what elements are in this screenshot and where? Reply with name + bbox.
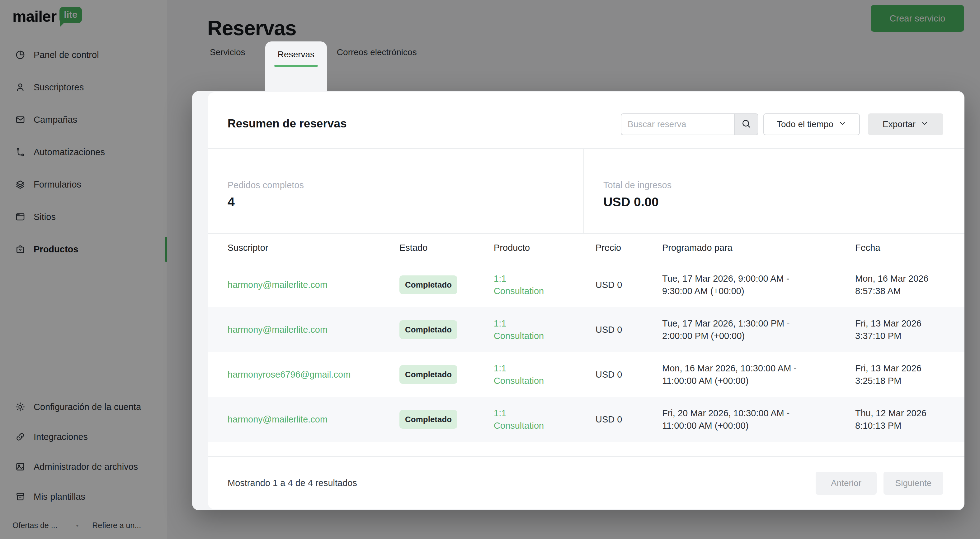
status-cell: Completado: [399, 410, 490, 429]
product-link[interactable]: 1:1Consultation: [494, 362, 590, 387]
subscriber-link[interactable]: harmonyrose6796@gmail.com: [228, 368, 396, 381]
status-badge: Completado: [399, 276, 457, 294]
bookings-summary-card: Resumen de reservas Todo el tiempo Expor…: [208, 92, 964, 509]
card-footer: Mostrando 1 a 4 de 4 resultados Anterior…: [208, 457, 964, 509]
stat-total-revenue: Total de ingresos USD 0.00: [603, 180, 671, 209]
status-cell: Completado: [399, 320, 490, 339]
stat-completed-orders: Pedidos completos 4: [228, 180, 304, 209]
date-cell: Thu, 12 Mar 20268:10:13 PM: [855, 407, 961, 432]
subscriber-link[interactable]: harmony@mailerlite.com: [228, 324, 396, 336]
chevron-down-icon: [838, 119, 846, 129]
table-body: harmony@mailerlite.comCompletado1:1Consu…: [208, 262, 964, 442]
status-badge: Completado: [399, 410, 457, 429]
table-row: harmony@mailerlite.comCompletado1:1Consu…: [208, 262, 964, 307]
status-badge: Completado: [399, 365, 457, 384]
next-page-button[interactable]: Siguiente: [883, 472, 943, 495]
time-filter-value: Todo el tiempo: [777, 119, 834, 129]
stat-label: Total de ingresos: [603, 180, 671, 190]
table-row: harmony@mailerlite.comCompletado1:1Consu…: [208, 397, 964, 442]
stat-label: Pedidos completos: [228, 180, 304, 190]
column-header-precio: Precio: [595, 243, 658, 253]
chevron-down-icon: [921, 119, 929, 129]
tab-reservas-label[interactable]: Reservas: [265, 49, 327, 59]
previous-page-button[interactable]: Anterior: [816, 472, 877, 495]
tab-reservas-spotlight[interactable]: Reservas: [265, 41, 327, 94]
date-cell: Fri, 13 Mar 20263:37:10 PM: [855, 317, 961, 342]
column-header-estado: Estado: [399, 243, 490, 253]
scheduled-for-cell: Mon, 16 Mar 2026, 10:30:00 AM -11:00:00 …: [662, 362, 852, 387]
scheduled-for-cell: Tue, 17 Mar 2026, 9:00:00 AM -9:30:00 AM…: [662, 272, 852, 297]
column-header-suscriptor: Suscriptor: [228, 243, 396, 253]
scheduled-for-cell: Tue, 17 Mar 2026, 1:30:00 PM -2:00:00 PM…: [662, 317, 852, 342]
scheduled-for-cell: Fri, 20 Mar 2026, 10:30:00 AM -11:00:00 …: [662, 407, 852, 432]
card-header-divider: [208, 148, 964, 149]
status-cell: Completado: [399, 365, 490, 384]
export-button[interactable]: Exportar: [868, 113, 943, 135]
status-badge: Completado: [399, 320, 457, 339]
date-cell: Mon, 16 Mar 20268:57:38 AM: [855, 272, 961, 297]
search-group: [621, 113, 758, 135]
status-cell: Completado: [399, 276, 490, 294]
price-cell: USD 0: [595, 368, 658, 381]
results-summary: Mostrando 1 a 4 de 4 resultados: [228, 478, 357, 488]
stats-vertical-divider: [583, 149, 584, 233]
table-row: harmony@mailerlite.comCompletado1:1Consu…: [208, 307, 964, 352]
price-cell: USD 0: [595, 324, 658, 336]
subscriber-link[interactable]: harmony@mailerlite.com: [228, 413, 396, 426]
search-input[interactable]: [621, 113, 734, 135]
product-link[interactable]: 1:1Consultation: [494, 317, 590, 342]
table-row: harmonyrose6796@gmail.comCompletado1:1Co…: [208, 352, 964, 397]
search-icon: [741, 118, 751, 130]
column-header-fecha: Fecha: [855, 243, 961, 253]
price-cell: USD 0: [595, 279, 658, 291]
stat-value: USD 0.00: [603, 195, 671, 209]
column-header-producto: Producto: [494, 243, 590, 253]
column-header-programado-para: Programado para: [662, 243, 852, 253]
date-cell: Fri, 13 Mar 20263:25:18 PM: [855, 362, 961, 387]
table-header-row: Suscriptor Estado Producto Precio Progra…: [208, 234, 964, 262]
search-button[interactable]: [734, 113, 758, 135]
active-tab-underline: [274, 65, 318, 67]
subscriber-link[interactable]: harmony@mailerlite.com: [228, 279, 396, 291]
product-link[interactable]: 1:1Consultation: [494, 272, 590, 297]
card-title: Resumen de reservas: [228, 117, 347, 130]
price-cell: USD 0: [595, 413, 658, 426]
product-link[interactable]: 1:1Consultation: [494, 407, 590, 432]
export-label: Exportar: [883, 119, 916, 129]
app-root: mailer lite Panel de controlSuscriptores…: [0, 0, 980, 539]
stat-value: 4: [228, 195, 304, 209]
time-filter-dropdown[interactable]: Todo el tiempo: [763, 113, 860, 135]
